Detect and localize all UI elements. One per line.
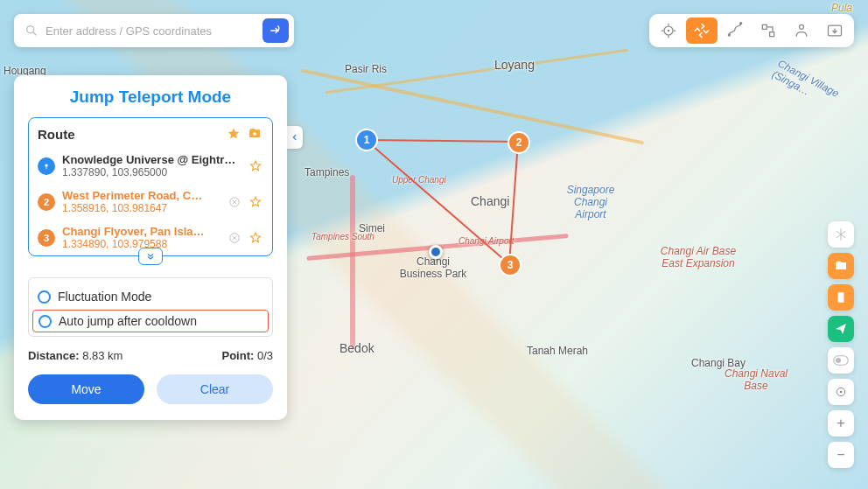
options-box: Fluctuation Mode Auto jump after cooldow… [28,277,273,337]
zoom-out-button[interactable]: − [828,442,854,468]
teleport-panel: Jump Teleport Mode Route Knowledge Unive… [14,75,287,420]
stop-name: West Perimeter Road, C… [62,189,220,202]
clear-button[interactable]: Clear [157,374,273,404]
option-auto-jump[interactable]: Auto jump after cooldown [32,310,269,332]
point-stat: Point: 0/3 [221,349,273,362]
route-fav-button[interactable] [225,125,242,143]
side-device-button[interactable] [828,284,854,311]
svg-rect-6 [762,24,766,29]
side-toggle-button[interactable] [828,347,854,374]
stats-row: Distance: 8.83 km Point: 0/3 [28,349,273,362]
panel-collapse-handle[interactable] [287,126,303,149]
stop-coords: 1.337890, 103.965000 [62,166,241,178]
svg-rect-10 [838,292,844,303]
route-marker-2[interactable]: 2 [509,133,528,152]
side-folder-button[interactable] [828,253,854,279]
zoom-in-button[interactable]: + [828,410,854,437]
route-marker-3[interactable]: 3 [500,255,520,275]
svg-point-3 [668,30,670,32]
side-controls: + − [828,221,854,468]
mode-toolbar [649,14,854,47]
pin-icon [38,157,55,175]
search-icon [24,24,38,38]
option-label: Auto jump after cooldown [59,314,197,328]
double-chevron-down-icon [145,251,156,262]
route-stop-1[interactable]: Knowledge Universe @ Eightr… 1.337890, 1… [38,148,263,184]
route-marker-1[interactable]: 1 [357,130,376,150]
stop-remove-button[interactable] [227,230,242,246]
svg-point-14 [840,391,843,394]
svg-rect-7 [770,32,774,37]
svg-point-12 [836,358,841,363]
option-fluctuation[interactable]: Fluctuation Mode [38,285,263,308]
distance-stat: Distance: 8.83 km [28,349,122,362]
stop-star-button[interactable] [248,230,263,246]
search-bar [14,14,294,47]
stop-star-button[interactable] [248,158,263,174]
tool-locate[interactable] [653,17,684,44]
search-go-button[interactable] [262,18,289,43]
svg-point-15 [45,164,47,166]
stop-name: Changi Flyover, Pan Isla… [62,225,220,238]
stop-star-button[interactable] [248,194,263,210]
svg-line-1 [33,32,36,35]
stop-number-icon: 3 [38,229,55,247]
tool-multi[interactable] [752,17,784,44]
tool-person[interactable] [786,17,817,44]
tool-route[interactable] [719,17,751,44]
tool-teleport[interactable] [686,17,718,44]
svg-point-0 [27,26,34,33]
svg-point-5 [739,22,742,24]
stop-coords: 1.358916, 103.981647 [62,202,220,214]
option-label: Fluctuation Mode [58,290,151,304]
svg-point-8 [800,24,804,29]
chevron-left-icon [290,133,299,142]
search-input[interactable] [46,24,256,38]
stop-remove-button[interactable] [227,194,242,210]
side-center-button[interactable] [828,379,854,405]
move-button[interactable]: Move [28,374,144,404]
route-heading: Route [38,127,221,142]
tool-import[interactable] [819,17,850,44]
radio-icon [38,290,51,304]
route-box: Route Knowledge Universe @ Eightr… 1.337… [28,117,273,256]
stop-name: Knowledge Universe @ Eightr… [62,153,241,166]
panel-title: Jump Teleport Mode [28,87,273,107]
current-location-dot [429,245,443,259]
route-expand-button[interactable] [138,248,163,265]
route-save-button[interactable] [246,125,263,143]
svg-point-4 [728,33,731,36]
arrow-return-icon [269,24,283,38]
route-stop-2[interactable]: 2 West Perimeter Road, C… 1.358916, 103.… [38,184,263,220]
side-freeze-button[interactable] [828,221,854,248]
radio-icon [38,315,52,328]
side-send-button[interactable] [828,316,854,342]
stop-number-icon: 2 [38,193,55,211]
